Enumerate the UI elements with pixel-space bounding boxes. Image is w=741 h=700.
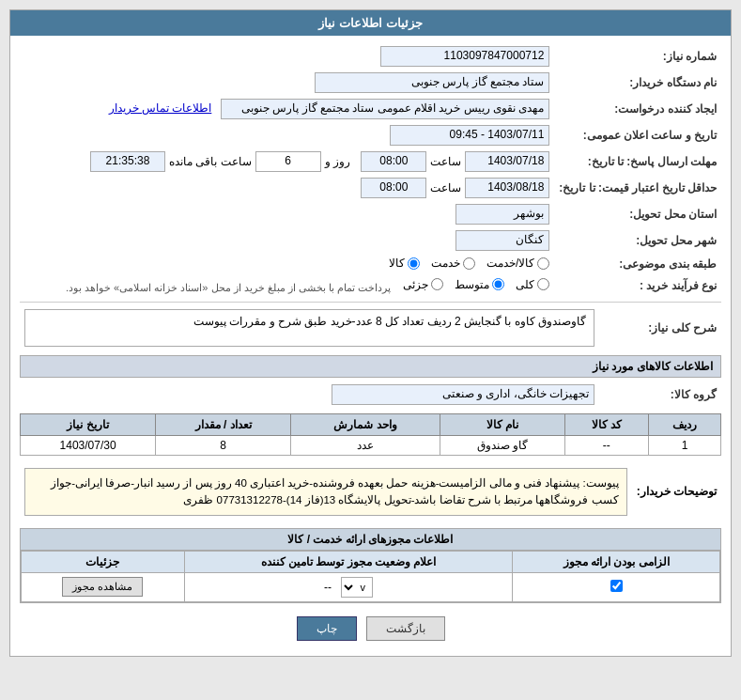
days-label: روز و: [325, 155, 350, 168]
datetime-label: تاریخ و ساعت اعلان عمومی:: [554, 122, 721, 148]
city-label: شهر محل تحویل:: [554, 227, 721, 254]
view-license-button[interactable]: مشاهده مجوز: [62, 577, 143, 597]
col-name: نام کالا: [440, 414, 564, 436]
col-code: کد کالا: [564, 414, 648, 436]
province-label: استان محل تحویل:: [554, 201, 721, 227]
response-deadline-value: 1403/07/18 ساعت 08:00 روز و 6 ساعت باقی …: [20, 148, 554, 175]
license-section-header: اطلاعات مجوزهای ارائه خدمت / کالا: [21, 529, 720, 551]
license-required-cell: [513, 572, 720, 601]
col-date: تاریخ نیاز: [21, 414, 156, 436]
buyer-org-row: نام دستگاه خریدار: ستاد مجتمع گاز پارس ج…: [20, 70, 721, 96]
table-row: 1 -- گاو صندوق عدد 8 1403/07/30: [21, 436, 721, 456]
price-deadline-value: 1403/08/18 ساعت 08:00: [20, 175, 554, 201]
goods-group-value: تجهیزات خانگی، اداری و صنعتی: [20, 381, 599, 408]
creator-link[interactable]: اطلاعات تماس خریدار: [109, 101, 212, 115]
print-button[interactable]: چاپ: [297, 616, 357, 641]
category-option-kala[interactable]: کالا: [389, 257, 420, 270]
main-container: جزئیات اطلاعات نیاز شماره نیاز: 11030978…: [9, 9, 732, 657]
license-status-select[interactable]: v: [341, 577, 373, 598]
category-row: طبقه بندی موضوعی: کالا/خدمت خدمت کالا: [20, 254, 721, 275]
province-field: بوشهر: [455, 204, 549, 225]
category-option-kala-khidmat[interactable]: کالا/خدمت: [486, 257, 549, 270]
order-number-row: شماره نیاز: 1103097847000712: [20, 43, 721, 70]
price-time-field: 08:00: [361, 178, 426, 198]
price-time-label: ساعت: [430, 181, 461, 194]
purchase-type-options: کلی متوسط جزئی پرداخت تمام با بخشی از مب…: [20, 275, 554, 297]
order-number-value: 1103097847000712: [20, 43, 554, 70]
col-status: اعلام وضعیت مجوز توسط تامین کننده: [184, 551, 513, 572]
col-required: الزامی بودن ارائه مجوز: [513, 551, 720, 572]
category-label: طبقه بندی موضوعی:: [554, 254, 721, 275]
buyer-notes-row: توضیحات خریدار: پیوست: پیشنهاد فنی و مال…: [20, 461, 721, 522]
buyer-org-label: نام دستگاه خریدار:: [554, 70, 721, 96]
license-table-row: v -- مشاهده مجوز: [22, 572, 720, 601]
info-table: شماره نیاز: 1103097847000712 نام دستگاه …: [20, 43, 721, 296]
license-table: الزامی بودن ارائه مجوز اعلام وضعیت مجوز …: [21, 551, 720, 602]
category-option-khidmat[interactable]: خدمت: [431, 257, 475, 270]
goods-table-header: ردیف کد کالا نام کالا واحد شمارش تعداد /…: [21, 414, 721, 436]
license-detail-cell: مشاهده مجوز: [22, 572, 185, 601]
order-number-label: شماره نیاز:: [554, 43, 721, 70]
action-bar: بازگشت چاپ: [20, 609, 721, 648]
buyer-notes-table: توضیحات خریدار: پیوست: پیشنهاد فنی و مال…: [20, 461, 721, 522]
response-time-field: 08:00: [361, 151, 426, 172]
content-area: شماره نیاز: 1103097847000712 نام دستگاه …: [10, 36, 731, 656]
category-options: کالا/خدمت خدمت کالا: [20, 254, 554, 275]
cell-name: گاو صندوق: [440, 436, 564, 456]
time-label: ساعت: [430, 155, 461, 168]
col-details: جزئیات: [22, 551, 185, 572]
response-date-field: 1403/07/18: [465, 151, 549, 172]
purchase-option-jozi[interactable]: جزئی: [403, 278, 443, 291]
license-table-header: الزامی بودن ارائه مجوز اعلام وضعیت مجوز …: [22, 551, 720, 572]
cell-unit: عدد: [291, 436, 440, 456]
desc-table: شرح کلی نیاز: گاوصندوق کاوه با گنجایش 2 …: [20, 306, 721, 350]
page-header: جزئیات اطلاعات نیاز: [10, 10, 731, 36]
purchase-option-mottavaset[interactable]: متوسط: [455, 278, 504, 291]
datetime-value: 1403/07/11 - 09:45: [20, 122, 554, 148]
city-row: شهر محل تحویل: کنگان: [20, 227, 721, 254]
desc-label: شرح کلی نیاز:: [599, 306, 721, 350]
back-button[interactable]: بازگشت: [366, 616, 445, 641]
goods-table: ردیف کد کالا نام کالا واحد شمارش تعداد /…: [20, 413, 721, 456]
cell-date: 1403/07/30: [21, 436, 156, 456]
creator-value: مهدی نقوی رییس خرید اقلام عمومی ستاد مجت…: [20, 96, 554, 122]
goods-section-header: اطلاعات کالاهای مورد نیاز: [20, 355, 721, 378]
response-deadline-label: مهلت ارسال پاسخ: تا تاریخ:: [554, 148, 721, 175]
license-status-value: --: [324, 581, 332, 594]
city-value: کنگان: [20, 227, 554, 254]
goods-group-label: گروه کالا:: [599, 381, 721, 408]
goods-group-field: تجهیزات خانگی، اداری و صنعتی: [332, 384, 594, 405]
purchase-option-koli[interactable]: کلی: [516, 278, 549, 291]
creator-field: مهدی نقوی رییس خرید اقلام عمومی ستاد مجت…: [221, 99, 549, 119]
cell-row: 1: [649, 436, 721, 456]
desc-value: گاوصندوق کاوه با گنجایش 2 ردیف تعداد کل …: [20, 306, 599, 350]
page-title: جزئیات اطلاعات نیاز: [318, 16, 422, 30]
buyer-org-field: ستاد مجتمع گاز پارس جنوبی: [315, 72, 549, 93]
price-deadline-row: حداقل تاریخ اعتبار قیمت: تا تاریخ: 1403/…: [20, 175, 721, 201]
license-status-cell: v --: [184, 572, 513, 601]
col-row: ردیف: [649, 414, 721, 436]
desc-box: گاوصندوق کاوه با گنجایش 2 ردیف تعداد کل …: [24, 309, 594, 347]
response-deadline-row: مهلت ارسال پاسخ: تا تاریخ: 1403/07/18 سا…: [20, 148, 721, 175]
order-number-field: 1103097847000712: [380, 46, 549, 67]
province-row: استان محل تحویل: بوشهر: [20, 201, 721, 227]
price-deadline-label: حداقل تاریخ اعتبار قیمت: تا تاریخ:: [554, 175, 721, 201]
purchase-type-row: نوع فرآیند خرید : کلی متوسط جزئی: [20, 275, 721, 297]
license-required-checkbox[interactable]: [610, 580, 623, 592]
buyer-notes-value: پیوست: پیشنهاد فنی و مالی الزامیست-هزینه…: [20, 461, 632, 522]
cell-qty: 8: [156, 436, 291, 456]
datetime-field: 1403/07/11 - 09:45: [390, 125, 549, 146]
datetime-row: تاریخ و ساعت اعلان عمومی: 1403/07/11 - 0…: [20, 122, 721, 148]
purchase-type-label: نوع فرآیند خرید :: [554, 275, 721, 297]
response-days-field: 6: [255, 151, 321, 172]
goods-group-row: گروه کالا: تجهیزات خانگی، اداری و صنعتی: [20, 381, 721, 408]
creator-label: ایجاد کننده درخواست:: [554, 96, 721, 122]
city-field: کنگان: [455, 230, 549, 251]
buyer-notes-label: توضیحات خریدار:: [632, 461, 721, 522]
price-date-field: 1403/08/18: [465, 178, 549, 198]
desc-row: شرح کلی نیاز: گاوصندوق کاوه با گنجایش 2 …: [20, 306, 721, 350]
col-qty: تعداد / مقدار: [156, 414, 291, 436]
cell-code: --: [564, 436, 648, 456]
creator-row: ایجاد کننده درخواست: مهدی نقوی رییس خرید…: [20, 96, 721, 122]
col-unit: واحد شمارش: [291, 414, 440, 436]
